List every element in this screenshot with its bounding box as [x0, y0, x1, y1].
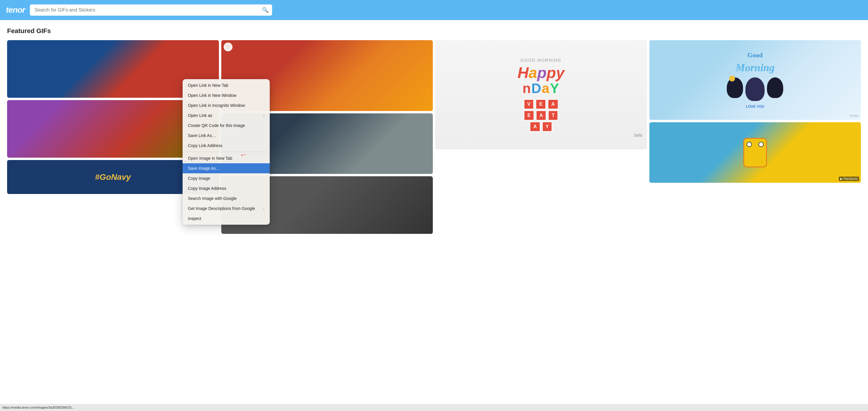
context-menu-copy-image[interactable]: Copy Image — [183, 173, 270, 183]
search-icon[interactable]: 🔍 — [262, 7, 269, 13]
header: tenor 🔍 — [0, 0, 868, 20]
gif-grid: #GoNavy ♡ #sunday-bless... G — [7, 40, 861, 234]
gif-goodmorning[interactable]: GOOD MORNING Happy nDaY V E A — [435, 40, 647, 149]
context-menu-open-new-tab[interactable]: Open Link in New Tab — [183, 80, 270, 90]
main-content: Featured GIFs #GoNavy ♡ #sunday-bless... — [0, 20, 868, 241]
context-menu-save-image-as[interactable]: Save Image As… — [183, 163, 270, 173]
open-link-as-chevron: › — [263, 114, 265, 118]
context-menu: Open Link in New Tab Open Link in New Wi… — [183, 79, 270, 225]
tenor-logo: tenor — [6, 5, 25, 15]
context-menu-copy-image-address[interactable]: Copy Image Address — [183, 183, 270, 193]
gif-spongebob[interactable]: ▶ PlaySports — [649, 122, 861, 183]
search-input[interactable] — [30, 4, 272, 15]
context-menu-open-image-new-tab[interactable]: Open Image in New Tab — [183, 153, 270, 163]
context-menu-open-incognito[interactable]: Open Link in Incognito Window — [183, 100, 270, 110]
get-image-desc-chevron: › — [263, 207, 265, 211]
context-menu-copy-link-address[interactable]: Copy Link Address — [183, 140, 270, 151]
heart-button[interactable]: ♡ — [224, 42, 232, 51]
context-menu-divider-1 — [183, 152, 270, 152]
context-menu-get-image-descriptions[interactable]: Get Image Descriptions from Google › — [183, 203, 270, 214]
context-menu-create-qr[interactable]: Create QR Code for this Image — [183, 121, 270, 130]
gif-col-4: Good Morning LOVE YOU PicMix — [649, 40, 861, 234]
context-menu-save-link-as[interactable]: Save Link As… — [183, 130, 270, 140]
context-menu-open-new-window[interactable]: Open Link in New Window — [183, 90, 270, 100]
arrow-indicator: ← — [239, 149, 248, 160]
search-bar: 🔍 — [30, 4, 272, 15]
context-menu-open-link-as[interactable]: Open Link as › — [183, 110, 270, 121]
section-title: Featured GIFs — [7, 27, 861, 35]
gif-col-3: GOOD MORNING Happy nDaY V E A — [435, 40, 647, 234]
context-menu-search-image-google[interactable]: Search Image with Google — [183, 193, 270, 203]
context-menu-inspect[interactable]: Inspect — [183, 214, 270, 223]
gif-goodmorning2[interactable]: Good Morning LOVE YOU PicMix — [649, 40, 861, 120]
